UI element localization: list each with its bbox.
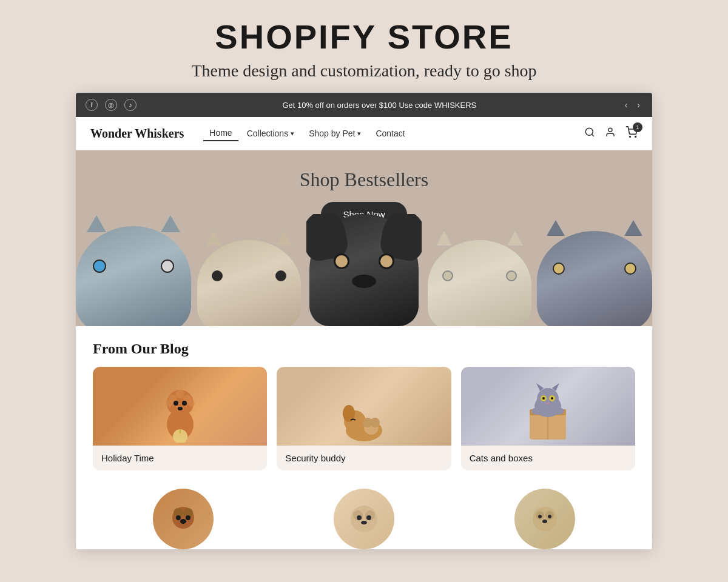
navbar: Wonder Whiskers Home Collections ▾ Shop … [76,117,652,150]
chevron-down-icon: ▾ [357,130,361,138]
svg-line-1 [592,134,593,136]
cat-eye [624,263,636,275]
svg-point-46 [357,515,362,520]
svg-point-33 [551,397,553,400]
announcement-prev-button[interactable]: ‹ [622,100,630,110]
cat-eye-right [161,259,174,273]
chevron-down-icon: ▾ [291,130,294,138]
cat-eye [212,270,223,281]
svg-point-4 [635,136,636,137]
bulldog-eye-left [334,253,349,269]
instagram-icon[interactable]: ◎ [105,99,117,111]
blog-section-title: From Our Blog [93,341,635,357]
search-button[interactable] [584,127,595,141]
nav-link-contact[interactable]: Contact [369,126,411,141]
svg-point-27 [537,388,559,410]
blog-card-title-2: Security buddy [277,446,451,470]
page-subtitle: Theme design and customization, ready to… [12,61,716,81]
page-wrapper: SHOPIFY STORE Theme design and customiza… [0,0,728,582]
svg-point-36 [552,407,564,415]
cat-ear-right [161,215,180,232]
tiktok-icon[interactable]: ♪ [124,99,136,111]
svg-point-42 [180,519,186,524]
svg-point-35 [531,407,544,415]
blog-card-title-3: Cats and boxes [461,446,635,470]
cat-ear [507,231,523,246]
cart-button[interactable]: 1 [625,126,638,141]
blog-card-security[interactable]: Security buddy [277,367,451,470]
svg-point-2 [608,128,612,132]
cat-ear [624,220,642,236]
svg-point-47 [366,515,371,520]
cat-eye [506,270,517,281]
svg-point-40 [176,515,181,520]
cat-eye-left [93,259,106,273]
cat-eye [442,270,453,281]
svg-point-11 [187,400,195,407]
svg-point-12 [174,401,178,406]
svg-point-48 [361,521,367,524]
hero-title: Shop Bestsellers [300,169,428,191]
blog-card-image-2 [277,367,451,446]
pet-cat-gray-left [76,226,191,326]
brand-name[interactable]: Wonder Whiskers [90,127,184,141]
cart-badge: 1 [633,122,642,132]
pet-cat-beige [197,240,301,326]
product-thumb-3[interactable] [514,489,575,549]
blog-card-cats[interactable]: Cats and boxes [461,367,635,470]
blog-card-image-1 [93,367,267,446]
svg-point-53 [548,515,551,518]
animal-slot-5 [537,214,652,326]
blog-grid: Holiday Time [93,367,635,470]
animal-slot-2 [191,214,306,326]
nav-link-home[interactable]: Home [203,125,238,141]
svg-point-49 [533,507,557,531]
account-button[interactable] [605,127,616,141]
cat-ear [206,231,221,246]
nav-link-shop-by-pet[interactable]: Shop by Pet ▾ [303,126,367,141]
facebook-icon[interactable]: f [86,99,98,111]
cat-ear [547,220,565,236]
announcement-text: Get 10% off on orders over $100 Use code… [136,101,622,110]
announcement-next-button[interactable]: › [635,100,642,110]
blog-card-image-3 [461,367,635,446]
dog-sleep-image [277,367,451,446]
cat-box-image [461,367,635,446]
svg-point-0 [585,128,593,135]
cat-eye [275,270,286,281]
pet-cat-white [428,240,531,326]
animal-slot-1 [76,214,191,326]
blog-card-holiday[interactable]: Holiday Time [93,367,267,470]
blog-card-title-1: Holiday Time [93,446,267,470]
hero-section: Shop Bestsellers Shop Now [76,150,652,326]
cat-ear [277,231,292,246]
nav-link-collections[interactable]: Collections ▾ [241,126,300,141]
svg-point-3 [630,136,631,137]
pet-bulldog [309,214,419,326]
svg-point-41 [186,515,190,520]
cat-eye [553,263,565,275]
product-thumb-1[interactable] [153,489,214,549]
blog-section: From Our Blog [76,326,652,483]
svg-point-10 [166,400,173,407]
announcement-arrows: ‹ › [622,100,642,110]
svg-point-9 [176,390,184,398]
poodle-image [93,367,267,446]
animals-row [76,214,652,326]
animal-slot-3 [306,214,422,326]
animal-slot-4 [422,214,537,326]
bulldog-nose [352,275,376,288]
page-title: SHOPIFY STORE [12,17,716,56]
bulldog-eye-right [379,253,394,269]
product-thumb-2[interactable] [334,489,394,549]
page-header: SHOPIFY STORE Theme design and customiza… [0,0,728,93]
nav-icons: 1 [584,126,638,141]
cat-ear [436,231,452,246]
svg-point-32 [542,397,545,400]
svg-point-43 [351,506,377,532]
svg-point-54 [542,520,547,523]
svg-point-13 [182,401,187,406]
announcement-bar: f ◎ ♪ Get 10% off on orders over $100 Us… [76,93,652,117]
store-frame: f ◎ ♪ Get 10% off on orders over $100 Us… [76,93,652,549]
social-icons: f ◎ ♪ [86,99,136,111]
